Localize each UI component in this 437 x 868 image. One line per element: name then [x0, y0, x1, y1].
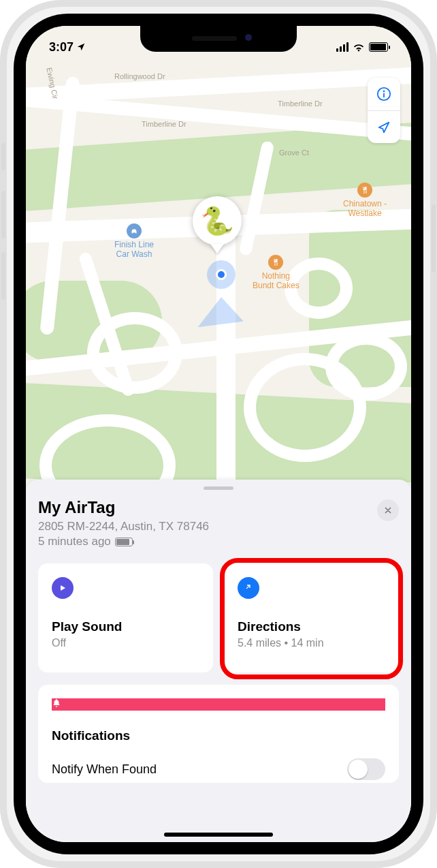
- play-sound-card[interactable]: Play Sound Off: [38, 563, 213, 672]
- close-button[interactable]: [377, 499, 399, 521]
- wifi-icon: [353, 42, 365, 52]
- current-location-dot: [207, 260, 236, 289]
- cellular-icon: [336, 42, 349, 52]
- airtag-title: My AirTag: [38, 498, 399, 517]
- poi-label: Finish Line Car Wash: [114, 241, 154, 260]
- map-view[interactable]: Rollingwood Dr Timberline Dr Timberline …: [26, 26, 411, 482]
- poi-label: Chinatown - Westlake: [343, 200, 387, 219]
- volume-down-button: [1, 252, 5, 300]
- home-indicator[interactable]: [164, 833, 273, 837]
- airtag-map-marker[interactable]: 🐍: [193, 196, 242, 253]
- action-cards-row: Play Sound Off Directions 5.4 miles • 14…: [38, 563, 399, 672]
- notch: [140, 26, 297, 52]
- road-label: Timberline Dr: [278, 99, 323, 108]
- notify-when-found-row[interactable]: Notify When Found: [52, 758, 385, 780]
- poi-chinatown[interactable]: Chinatown - Westlake: [343, 183, 387, 219]
- close-icon: [383, 506, 393, 515]
- directions-icon: [238, 577, 259, 599]
- svg-point-1: [383, 91, 385, 93]
- bottom-sheet[interactable]: My AirTag 2805 RM-2244, Austin, TX 78746…: [26, 480, 411, 842]
- tutorial-highlight: [220, 558, 403, 679]
- notifications-card[interactable]: Notifications Notify When Found: [38, 685, 399, 783]
- marker-tail: [210, 244, 224, 253]
- device-bezel: 3:07: [14, 14, 423, 854]
- notify-when-found-switch[interactable]: [347, 758, 385, 780]
- volume-up-button: [1, 191, 5, 238]
- airtag-address: 2805 RM-2244, Austin, TX 78746: [38, 520, 399, 533]
- power-button: [432, 204, 436, 273]
- sheet-header: My AirTag 2805 RM-2244, Austin, TX 78746…: [38, 498, 399, 548]
- notify-when-found-label: Notify When Found: [52, 762, 157, 777]
- airtag-emoji-icon: 🐍: [193, 196, 242, 245]
- map-locate-button[interactable]: [368, 110, 400, 143]
- status-time: 3:07: [49, 40, 74, 55]
- sheet-grab-handle[interactable]: [204, 486, 233, 490]
- play-icon: [52, 577, 74, 599]
- play-sound-title: Play Sound: [52, 619, 199, 634]
- map-road: [87, 312, 182, 394]
- screen: 3:07: [26, 26, 411, 842]
- status-time-group: 3:07: [49, 40, 86, 55]
- info-icon: [376, 87, 391, 102]
- poi-bundt-cakes[interactable]: Nothing Bundt Cakes: [253, 255, 300, 291]
- airtag-updated-time: 5 minutes ago: [38, 535, 111, 548]
- restaurant-icon: [357, 183, 372, 198]
- mute-switch: [1, 143, 5, 170]
- road-label: Timberline Dr: [142, 120, 187, 128]
- battery-icon: [369, 42, 388, 52]
- directions-sub: 5.4 miles • 14 min: [238, 637, 385, 649]
- airtag-battery-icon: [115, 538, 133, 546]
- device-frame: 3:07: [0, 0, 437, 868]
- road-label: Rollingwood Dr: [114, 72, 165, 80]
- road-label: Grove Ct: [279, 149, 309, 157]
- directions-title: Directions: [238, 619, 385, 634]
- map-info-button[interactable]: [368, 78, 400, 110]
- map-controls: [368, 78, 400, 143]
- poi-label: Nothing Bundt Cakes: [253, 272, 300, 291]
- directions-card[interactable]: Directions 5.4 miles • 14 min: [224, 563, 399, 672]
- car-wash-icon: [127, 223, 142, 238]
- bell-icon: [52, 698, 385, 711]
- poi-car-wash[interactable]: Finish Line Car Wash: [114, 223, 154, 260]
- notifications-title: Notifications: [52, 728, 385, 743]
- location-services-icon: [76, 42, 86, 52]
- status-right: [336, 42, 388, 52]
- location-arrow-icon: [376, 120, 391, 135]
- play-sound-sub: Off: [52, 637, 199, 649]
- map-road: [325, 332, 407, 401]
- svg-rect-2: [383, 93, 385, 97]
- airtag-updated-row: 5 minutes ago: [38, 535, 399, 548]
- restaurant-icon: [268, 255, 283, 270]
